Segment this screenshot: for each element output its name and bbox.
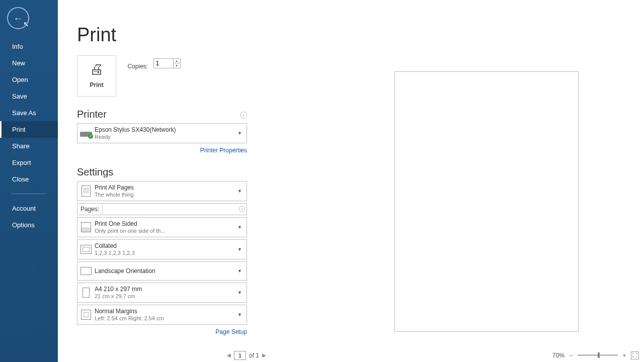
nav-save-as[interactable]: Save As bbox=[0, 105, 58, 121]
printer-properties-link[interactable]: Printer Properties bbox=[200, 147, 247, 154]
zoom-controls: 70% − + ⛶ bbox=[552, 351, 639, 359]
margins-sub: Left: 2.54 cm Right: 2.54 cm bbox=[95, 315, 237, 322]
paper-sub: 21 cm x 29.7 cm bbox=[95, 293, 237, 300]
nav-export[interactable]: Export bbox=[0, 154, 58, 171]
collate-select[interactable]: Collated 1,2,3 1,2,3 1,2,3 ▼ bbox=[77, 239, 247, 259]
nav-save[interactable]: Save bbox=[0, 88, 58, 105]
sides-sub: Only print on one side of th... bbox=[95, 228, 237, 234]
preview-status-bar: ◀ of 1 ▶ 70% − + ⛶ bbox=[209, 348, 644, 362]
zoom-fit-button[interactable]: ⛶ bbox=[631, 351, 639, 359]
preview-page bbox=[394, 71, 579, 332]
copies-spinner: ▲ ▼ bbox=[173, 59, 180, 68]
nav-open[interactable]: Open bbox=[0, 71, 58, 88]
nav-options[interactable]: Options bbox=[0, 217, 58, 233]
chevron-down-icon: ▼ bbox=[237, 268, 247, 274]
page-setup-link[interactable]: Page Setup bbox=[215, 328, 247, 335]
nav-info[interactable]: Info bbox=[0, 38, 58, 55]
one-sided-icon bbox=[77, 222, 95, 232]
copies-value: 1 bbox=[156, 60, 159, 67]
back-button[interactable]: ← bbox=[7, 7, 29, 29]
printer-status: Ready bbox=[95, 134, 237, 140]
info-icon: i bbox=[239, 206, 245, 212]
backstage-sidebar: ← ↖ Info New Open Save Save As Print Sha… bbox=[0, 0, 58, 362]
pages-icon bbox=[77, 186, 95, 197]
zoom-in-button[interactable]: + bbox=[621, 352, 628, 359]
margins-select[interactable]: Normal Margins Left: 2.54 cm Right: 2.54… bbox=[77, 305, 247, 325]
pages-info[interactable]: i bbox=[237, 206, 247, 212]
paper-title: A4 210 x 297 mm bbox=[95, 286, 237, 293]
nav-new[interactable]: New bbox=[0, 55, 58, 71]
spin-up-button[interactable]: ▲ bbox=[174, 59, 180, 63]
pages-input[interactable] bbox=[102, 204, 237, 215]
orientation-select[interactable]: Landscape Orientation ▼ bbox=[77, 261, 247, 281]
nav-account[interactable]: Account bbox=[0, 200, 58, 217]
margins-icon bbox=[77, 310, 95, 320]
printer-icon: 🖨 bbox=[77, 61, 116, 77]
prev-page-button[interactable]: ◀ bbox=[226, 351, 232, 359]
nav-print[interactable]: Print bbox=[0, 121, 58, 138]
copies-control: Copies: 1 ▲ ▼ bbox=[127, 58, 180, 70]
landscape-icon bbox=[77, 267, 95, 275]
backstage-nav: Info New Open Save Save As Print Share E… bbox=[0, 38, 58, 233]
chevron-down-icon: ▼ bbox=[237, 189, 247, 194]
collate-icon bbox=[77, 245, 95, 254]
chevron-down-icon: ▼ bbox=[237, 312, 247, 317]
chevron-down-icon: ▼ bbox=[237, 131, 247, 136]
copies-input[interactable]: 1 ▲ ▼ bbox=[153, 58, 181, 68]
nav-close[interactable]: Close bbox=[0, 171, 58, 188]
back-arrow-icon: ← bbox=[13, 13, 23, 24]
printer-status-icon: ✓ bbox=[77, 129, 95, 138]
print-range-sub: The whole thing bbox=[95, 192, 237, 198]
next-page-button[interactable]: ▶ bbox=[261, 351, 267, 359]
printer-heading: Printer i bbox=[77, 109, 247, 120]
print-range-title: Print All Pages bbox=[95, 184, 237, 191]
printer-name: Epson Stylus SX430(Network) bbox=[95, 126, 237, 133]
page-navigator: ◀ of 1 ▶ bbox=[226, 351, 267, 360]
paper-select[interactable]: A4 210 x 297 mm 21 cm x 29.7 cm ▼ bbox=[77, 283, 247, 303]
copies-label: Copies: bbox=[127, 63, 148, 70]
margins-title: Normal Margins bbox=[95, 308, 237, 315]
orientation-title: Landscape Orientation bbox=[95, 267, 237, 275]
sides-title: Print One Sided bbox=[95, 220, 237, 227]
pages-row: Pages: i bbox=[77, 203, 247, 215]
chevron-down-icon: ▼ bbox=[237, 247, 247, 252]
print-button-label: Print bbox=[77, 81, 116, 88]
zoom-percent[interactable]: 70% bbox=[552, 352, 565, 359]
page-title: Print bbox=[77, 24, 116, 46]
zoom-thumb[interactable] bbox=[598, 352, 600, 358]
chevron-down-icon: ▼ bbox=[237, 225, 247, 230]
page-number-input[interactable] bbox=[234, 351, 246, 360]
print-button[interactable]: 🖨 Print bbox=[77, 55, 116, 97]
sides-select[interactable]: Print One Sided Only print on one side o… bbox=[77, 217, 247, 237]
info-icon[interactable]: i bbox=[240, 112, 247, 119]
print-controls: 🖨 Print Copies: 1 ▲ ▼ Printer i ✓ Epson … bbox=[77, 55, 247, 337]
backstage-main: Print 🖨 Print Copies: 1 ▲ ▼ Printer i ✓ bbox=[58, 0, 644, 348]
zoom-slider[interactable] bbox=[578, 354, 618, 356]
chevron-down-icon: ▼ bbox=[237, 290, 247, 295]
settings-heading: Settings bbox=[77, 166, 247, 178]
print-range-select[interactable]: Print All Pages The whole thing ▼ bbox=[77, 181, 247, 201]
collate-title: Collated bbox=[95, 242, 237, 249]
printer-select[interactable]: ✓ Epson Stylus SX430(Network) Ready ▼ bbox=[77, 123, 247, 143]
zoom-out-button[interactable]: − bbox=[568, 352, 575, 359]
pages-label: Pages: bbox=[77, 206, 102, 213]
collate-sub: 1,2,3 1,2,3 1,2,3 bbox=[95, 250, 237, 256]
paper-size-icon bbox=[77, 288, 95, 298]
print-preview bbox=[267, 12, 644, 348]
nav-divider bbox=[11, 194, 47, 194]
page-total-label: of 1 bbox=[249, 352, 259, 359]
spin-down-button[interactable]: ▼ bbox=[174, 63, 180, 68]
nav-share[interactable]: Share bbox=[0, 138, 58, 154]
